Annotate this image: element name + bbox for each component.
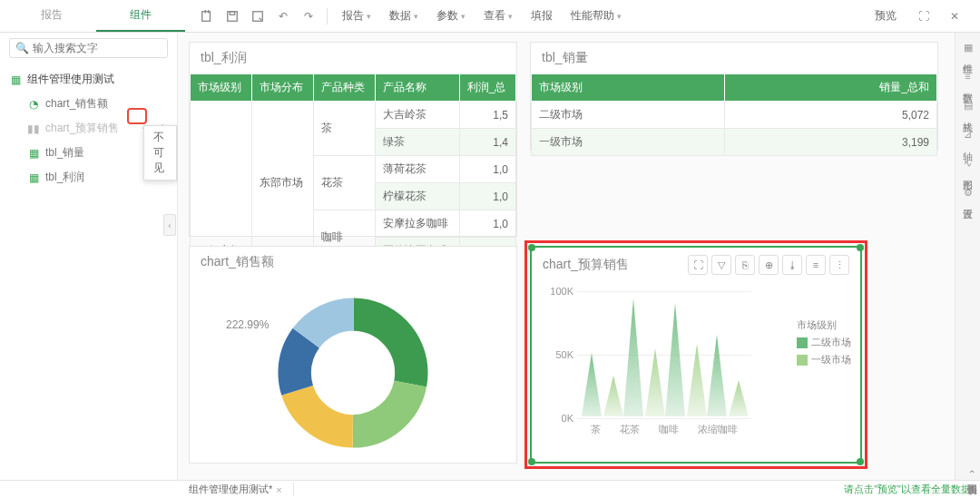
rail-settings[interactable]: ⚙设置 — [961, 185, 975, 201]
save-as-icon[interactable] — [247, 5, 269, 27]
chart-legend: 市场级别 二级市场 一级市场 — [797, 318, 851, 366]
panel-title: tbl_销量 — [531, 43, 937, 73]
table-icon: ▦ — [27, 171, 40, 184]
panel-title: tbl_利润 — [190, 43, 516, 73]
chart-toolbar: ⛶ ▽ ⎘ ⊕ ⭳ ≡ ⋮ — [688, 255, 849, 275]
area-chart: 100K 50K 0K 茶 花茶 咖啡 浓缩咖啡 — [532, 282, 860, 445]
collapse-sidebar-icon[interactable]: ‹ — [163, 214, 176, 236]
copy-icon[interactable]: ⎘ — [735, 255, 755, 275]
table-header: 市场级别销量_总和 — [532, 74, 937, 102]
axis-icon: ⊿ — [961, 127, 975, 142]
close-tab-icon[interactable]: × — [276, 484, 281, 495]
close-icon[interactable]: ✕ — [944, 5, 965, 27]
table-icon: ▦ — [27, 147, 40, 160]
topbar-right: 预览 ⛶ ✕ — [867, 5, 973, 27]
panel-tbl-sales[interactable]: tbl_销量 市场级别销量_总和 二级市场5,072 一级市场3,199 — [530, 42, 938, 151]
sales-table: 市场级别销量_总和 二级市场5,072 一级市场3,199 — [531, 73, 937, 156]
redo-icon[interactable]: ↷ — [298, 5, 319, 27]
vertical-note[interactable]: ‹ 切换图形表 — [965, 470, 979, 476]
donut-label: 222.99% — [226, 318, 269, 331]
menu-perf[interactable]: 性能帮助▾ — [564, 5, 629, 27]
save-icon[interactable] — [221, 5, 243, 27]
right-rail: ▦组件 ≡数据 ▤格式 ⊿轴 ∿图形 ⚙设置 — [955, 33, 980, 480]
rail-axis[interactable]: ⊿轴 — [961, 127, 975, 143]
tooltip-invisible: 不可见 — [143, 125, 177, 181]
panel-title: chart_预算销售 ⛶ ▽ ⎘ ⊕ ⭳ ≡ ⋮ — [532, 248, 860, 282]
data-icon: ≡ — [961, 69, 975, 83]
undo-icon[interactable]: ↶ — [272, 5, 294, 27]
preview-button[interactable]: 预览 — [867, 5, 904, 27]
new-icon[interactable] — [196, 5, 218, 27]
more-icon[interactable]: ⋮ — [829, 255, 849, 275]
panel-chart-budget[interactable]: chart_预算销售 ⛶ ▽ ⎘ ⊕ ⭳ ≡ ⋮ 100K 50K 0K — [530, 246, 862, 464]
left-panel-tabs: 报告 组件 — [7, 0, 185, 32]
tab-component[interactable]: 组件 — [96, 0, 185, 32]
table-row[interactable]: 一级市场3,199 — [532, 129, 937, 156]
canvas: tbl_利润 市场级别市场分布产品种类产品名称利润_总 一级市场东部市场茶大吉岭… — [178, 33, 955, 480]
filter-icon[interactable]: ▽ — [711, 255, 731, 275]
donut-icon: ◔ — [27, 98, 40, 111]
menu-fill[interactable]: 填报 — [524, 5, 560, 27]
topbar: 报告 组件 ↶ ↷ 报告▾ 数据▾ 参数▾ 查看▾ 填报 性能帮助▾ 预览 ⛶ … — [0, 0, 980, 33]
list-icon[interactable]: ≡ — [806, 255, 826, 275]
zoom-icon[interactable]: ⊕ — [759, 255, 779, 275]
component-icon: ▦ — [961, 40, 975, 54]
bar-icon: ▮▮ — [27, 122, 40, 135]
tab-report[interactable]: 报告 — [7, 0, 96, 32]
footer-hint: 请点击"预览"以查看全量数据 — [844, 483, 980, 496]
search-box: 🔍 — [0, 33, 177, 63]
rail-component[interactable]: ▦组件 — [961, 40, 975, 56]
rail-data[interactable]: ≡数据 — [961, 69, 975, 85]
menu-params[interactable]: 参数▾ — [429, 5, 473, 27]
footer-tab[interactable]: 组件管理使用测试*× — [178, 483, 294, 496]
table-header: 市场级别市场分布产品种类产品名称利润_总 — [191, 74, 516, 102]
table-row[interactable]: 二级市场5,072 — [532, 102, 937, 129]
report-icon: ▦ — [9, 73, 22, 86]
menu-data[interactable]: 数据▾ — [382, 5, 426, 27]
toolbar: ↶ ↷ 报告▾ 数据▾ 参数▾ 查看▾ 填报 性能帮助▾ — [185, 5, 867, 27]
export-icon[interactable]: ⭳ — [782, 255, 802, 275]
panel-chart-sales[interactable]: chart_销售额 222.99% — [189, 246, 517, 464]
svg-rect-1 — [228, 11, 238, 21]
table-row[interactable]: 一级市场东部市场茶大吉岭茶1,5 — [191, 102, 516, 129]
footer: 组件管理使用测试*× 请点击"预览"以查看全量数据 — [0, 480, 980, 498]
format-icon: ▤ — [961, 98, 975, 112]
panel-tbl-profit[interactable]: tbl_利润 市场级别市场分布产品种类产品名称利润_总 一级市场东部市场茶大吉岭… — [189, 42, 517, 237]
shape-icon: ∿ — [961, 156, 975, 171]
tree-item-chart-sales[interactable]: ◔ chart_销售额 — [0, 92, 177, 116]
fullscreen-icon[interactable]: ⛶ — [913, 5, 935, 27]
donut-chart: 222.99% — [190, 278, 516, 468]
rail-format[interactable]: ▤格式 — [961, 98, 975, 114]
svg-rect-2 — [230, 11, 234, 15]
search-input[interactable] — [33, 42, 162, 54]
expand-icon[interactable]: ⛶ — [688, 255, 708, 275]
panel-title: chart_销售额 — [190, 247, 516, 278]
menu-report[interactable]: 报告▾ — [335, 5, 378, 27]
tree-root[interactable]: ▦ 组件管理使用测试 — [0, 67, 177, 92]
gear-icon: ⚙ — [961, 185, 975, 200]
rail-shape[interactable]: ∿图形 — [961, 156, 975, 172]
menu-view[interactable]: 查看▾ — [476, 5, 520, 27]
sidebar: 🔍 ▦ 组件管理使用测试 ◔ chart_销售额 ▮▮ chart_预算销售 👁 — [0, 33, 178, 480]
search-icon: 🔍 — [15, 42, 29, 54]
profit-table: 市场级别市场分布产品种类产品名称利润_总 一级市场东部市场茶大吉岭茶1,5 绿茶… — [190, 73, 516, 265]
component-tree: ▦ 组件管理使用测试 ◔ chart_销售额 ▮▮ chart_预算销售 👁 ⋮… — [0, 63, 177, 193]
